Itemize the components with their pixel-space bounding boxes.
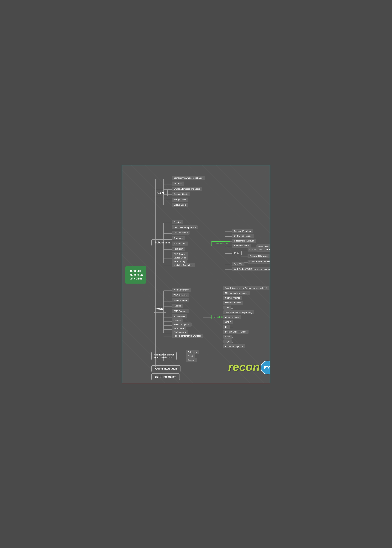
ip-item-1: Password Spraying	[248, 254, 270, 258]
subdomains-box: Subdomains	[151, 239, 174, 246]
ip-list-label: IP list	[232, 251, 242, 255]
web-item-10: Robots content from wayback	[172, 334, 203, 338]
axiom-box: Axiom integration	[151, 365, 181, 372]
bbrf-integration: BBRF integration	[151, 373, 180, 380]
osint-item-4: Google Dorks	[172, 197, 188, 202]
page-wrapper: target.tld /,targets.txt /,IP /,CIDR	[122, 165, 270, 383]
sub-right-0: Favicon IP lookup	[232, 229, 253, 233]
target-text: target.tld /,targets.txt /,IP /,CIDR	[129, 269, 143, 281]
osint-item-1: Metadata	[172, 182, 184, 186]
osint-box: Osint	[154, 190, 168, 197]
sub-right-2: Subdomain Takeover	[232, 239, 256, 243]
notification-label: Notification and/or send results over	[151, 352, 177, 360]
connector-lines	[151, 173, 270, 378]
osint-item-0: Domain info (whois, registrants)	[172, 176, 205, 180]
notification-box: Notification and/or send results over	[151, 352, 177, 360]
url-item-12: Command Injection	[223, 344, 245, 348]
sub-item-0: Passive	[172, 220, 183, 224]
osint-item-2: Emails addresses and users	[172, 187, 202, 191]
url-item-10: SSTI	[223, 335, 232, 339]
ip-item-2: Cloud provider identification	[248, 260, 270, 264]
notif-item-2: Discord	[186, 358, 197, 362]
url-item-7: CRLF	[223, 320, 233, 324]
osint-label: Osint	[154, 190, 168, 197]
notif-item-1: Slack	[186, 354, 195, 358]
url-item-1: Urls sorting by extension	[223, 291, 250, 295]
url-item-5: SSRF (headers and params)	[223, 310, 254, 314]
axiom-integration: Axiom integration	[151, 365, 181, 372]
web-item-5: Archive URL	[172, 314, 187, 318]
url-item-6: Open redirects	[223, 315, 241, 319]
url-item-11: SQLi	[223, 339, 232, 344]
subdomains-label: Subdomains	[151, 239, 174, 246]
bottom-item-0: Test SSL	[232, 262, 245, 266]
logo: recon FTW	[228, 360, 270, 373]
url-item-9: Broken Links Hijacking	[223, 330, 249, 334]
port-item-1: Active Port Scan	[256, 248, 270, 252]
web-box: Web	[154, 306, 166, 313]
urls-list-box: URLs List	[211, 315, 225, 319]
bbrf-box: BBRF integration	[151, 373, 180, 380]
sub-item-4: Permutations	[172, 241, 188, 246]
url-item-8: LFI	[223, 325, 230, 329]
web-item-4: CMS Scanner	[172, 309, 189, 313]
sub-item-8: JS Scraping	[172, 260, 187, 263]
sub-item-1: Certificate transparency	[172, 225, 198, 229]
web-item-7: GitHub endpoints	[172, 323, 192, 327]
url-item-3: Patterns analysis	[223, 301, 243, 305]
notif-item-0: Telegram	[186, 350, 199, 354]
subdomain-list-box: Subdomain List	[211, 241, 230, 246]
sub-item-7: Source Code	[172, 256, 188, 260]
url-item-2: Secrets findings	[223, 296, 242, 300]
sub-item-3: Bruteforce	[172, 236, 185, 240]
web-item-3: Fuzzing	[172, 304, 183, 308]
web-item-8: JS Analysis	[172, 327, 186, 330]
web-item-1: WAF detection	[172, 293, 189, 297]
url-item-0: Wordlists generation (paths, params, val…	[223, 286, 269, 290]
web-label: Web	[154, 306, 166, 313]
sub-item-9: Analytics ID relations	[172, 263, 195, 267]
web-item-2: Nuclei scanner	[172, 298, 189, 302]
sub-right-3: S3 bucket finder	[232, 244, 251, 248]
web-item-0: Web Screenshot	[172, 288, 191, 292]
logo-ftw-circle: FTW	[261, 361, 270, 374]
osint-item-5: GitHub Dorks	[172, 203, 188, 207]
sub-right-1: DNS Zone Transfer	[232, 234, 254, 238]
sub-item-2: DNS resolution	[172, 231, 189, 235]
bottom-item-1: Web Probe (80/443 ports) and uncommon po…	[232, 267, 270, 271]
osint-item-3: Password leaks	[172, 192, 190, 196]
url-item-4: XSS	[223, 306, 231, 309]
web-item-6: Crawler	[172, 318, 183, 323]
logo-recon: recon	[228, 360, 260, 373]
target-box: target.tld /,targets.txt /,IP /,CIDR	[125, 266, 146, 284]
sub-item-5: Recursion	[172, 247, 185, 251]
